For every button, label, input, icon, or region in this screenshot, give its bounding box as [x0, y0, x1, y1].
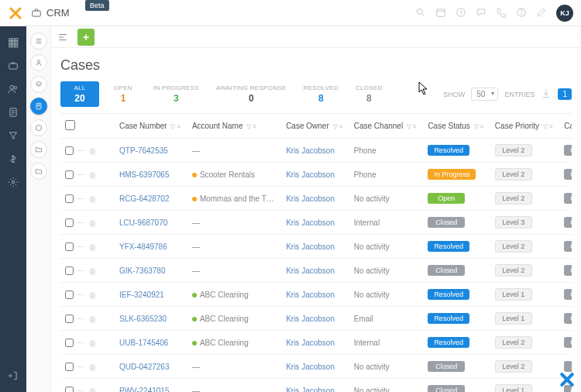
view-icon[interactable]: ◎ [89, 291, 96, 299]
table-row[interactable]: ⋯ ◎RCG-6428702Mommas and the T…Kris Jaco… [60, 187, 572, 211]
row-checkbox[interactable] [65, 242, 74, 251]
cases-table-wrap[interactable]: Case Number ▽ ≡Account Name ▽ ≡Case Owne… [60, 113, 572, 392]
case-owner[interactable]: Kris Jacobson [281, 211, 349, 235]
row-checkbox[interactable] [65, 315, 74, 323]
dollar-nav-icon[interactable] [5, 151, 21, 167]
account-name[interactable]: Scooter Rentals [187, 163, 281, 187]
table-row[interactable]: ⋯ ◎YFX-4849786—Kris JacobsonNo activityR… [60, 235, 572, 259]
table-row[interactable]: ⋯ ◎HMS-6397065Scooter RentalsKris Jacobs… [60, 163, 572, 187]
case-number[interactable]: HMS-6397065 [115, 163, 187, 187]
app-logo-icon[interactable] [8, 5, 23, 21]
row-checkbox[interactable] [65, 170, 74, 179]
view-icon[interactable]: ◎ [89, 194, 96, 203]
more-icon[interactable]: ⋯ [77, 266, 85, 275]
account-name[interactable]: — [187, 235, 281, 259]
logout-icon[interactable] [5, 368, 21, 383]
sidebar-package-icon[interactable] [30, 119, 47, 136]
row-checkbox[interactable] [65, 194, 74, 203]
account-name[interactable]: ABC Cleaning [187, 331, 281, 355]
column-header[interactable]: Case Owner ▽ ≡ [281, 114, 349, 139]
row-checkbox[interactable] [65, 266, 74, 275]
case-owner[interactable]: Kris Jacobson [281, 187, 349, 211]
filter-chip[interactable]: IN PROGRESS3 [147, 81, 205, 107]
case-owner[interactable]: Kris Jacobson [281, 307, 349, 331]
column-header[interactable]: Case Number ▽ ≡ [115, 114, 187, 139]
table-row[interactable]: ⋯ ◎PWV-2241015—Kris JacobsonNo activityC… [60, 379, 572, 393]
briefcase-nav-icon[interactable] [5, 58, 21, 74]
select-all-checkbox[interactable] [65, 120, 75, 130]
more-icon[interactable]: ⋯ [77, 146, 85, 155]
case-number[interactable]: GIK-7363780 [115, 259, 187, 283]
users-nav-icon[interactable] [5, 81, 21, 97]
app-title[interactable]: CRM [31, 7, 70, 19]
case-owner[interactable]: Kris Jacobson [281, 283, 349, 307]
row-checkbox[interactable] [65, 146, 74, 155]
download-icon[interactable] [541, 88, 552, 101]
case-number[interactable]: IEF-3240921 [115, 283, 187, 307]
filter-chip[interactable]: OPEN1 [104, 81, 143, 107]
edit-icon[interactable] [536, 7, 547, 19]
case-number[interactable]: UUB-1745406 [115, 331, 187, 355]
clock-icon[interactable] [456, 7, 466, 19]
case-number[interactable]: PWV-2241015 [115, 379, 187, 393]
document-nav-icon[interactable] [5, 105, 21, 120]
case-owner[interactable]: Kris Jacobson [281, 331, 349, 355]
more-icon[interactable]: ⋯ [77, 170, 85, 179]
account-name[interactable]: Mommas and the T… [187, 187, 281, 211]
sidebar-folder-icon[interactable] [30, 141, 47, 158]
view-icon[interactable]: ◎ [89, 170, 96, 179]
settings-nav-icon[interactable] [5, 174, 21, 190]
account-name[interactable]: — [187, 379, 281, 393]
filter-chip[interactable]: ALL20 [60, 81, 99, 107]
account-name[interactable]: — [187, 139, 281, 163]
more-icon[interactable]: ⋯ [77, 218, 85, 227]
apps-icon[interactable] [5, 35, 21, 50]
sidebar-user-icon[interactable] [30, 54, 47, 71]
add-button[interactable]: + [77, 29, 95, 46]
table-row[interactable]: ⋯ ◎QTP-7642535—Kris JacobsonPhoneResolve… [60, 139, 572, 163]
filter-chip[interactable]: CLOSED8 [349, 81, 389, 107]
row-checkbox[interactable] [65, 363, 74, 371]
column-header[interactable]: Case Priority ▽ ≡ [490, 114, 559, 139]
collapse-panel-icon[interactable] [57, 30, 71, 44]
case-owner[interactable]: Kris Jacobson [281, 139, 349, 163]
account-name[interactable]: ABC Cleaning [187, 307, 281, 331]
account-name[interactable]: ABC Cleaning [187, 283, 281, 307]
view-icon[interactable]: ◎ [89, 146, 96, 155]
more-icon[interactable]: ⋯ [77, 387, 85, 393]
row-checkbox[interactable] [65, 387, 74, 393]
more-icon[interactable]: ⋯ [77, 242, 85, 251]
case-number[interactable]: YFX-4849786 [115, 235, 187, 259]
column-header[interactable]: Case Channel ▽ ≡ [349, 114, 424, 139]
case-owner[interactable]: Kris Jacobson [281, 355, 349, 379]
more-icon[interactable]: ⋯ [77, 194, 85, 203]
table-row[interactable]: ⋯ ◎GIK-7363780—Kris JacobsonNo activityC… [60, 259, 572, 283]
more-icon[interactable]: ⋯ [77, 315, 85, 323]
account-name[interactable]: — [187, 355, 281, 379]
view-icon[interactable]: ◎ [89, 339, 96, 347]
case-owner[interactable]: Kris Jacobson [281, 235, 349, 259]
case-owner[interactable]: Kris Jacobson [281, 259, 349, 283]
case-number[interactable]: SLK-6365230 [115, 307, 187, 331]
table-row[interactable]: ⋯ ◎SLK-6365230ABC CleaningKris JacobsonE… [60, 307, 572, 331]
view-icon[interactable]: ◎ [89, 363, 96, 371]
table-row[interactable]: ⋯ ◎QUD-0427263—Kris JacobsonNo activityC… [60, 355, 572, 379]
column-header[interactable]: Account Name ▽ ≡ [187, 114, 281, 139]
view-icon[interactable]: ◎ [89, 266, 96, 275]
sidebar-collapse-icon[interactable] [30, 33, 47, 50]
sidebar-folder2-icon[interactable] [30, 163, 47, 180]
case-number[interactable]: QTP-7642535 [115, 139, 187, 163]
row-checkbox[interactable] [65, 291, 74, 299]
filter-chip[interactable]: AWAITING RESPONSE0 [210, 81, 293, 107]
column-header[interactable]: Case Status ▽ ≡ [423, 114, 490, 139]
page-number[interactable]: 1 [558, 88, 572, 100]
case-number[interactable]: LCU-9687070 [115, 211, 187, 235]
case-owner[interactable]: Kris Jacobson [281, 379, 349, 393]
table-row[interactable]: ⋯ ◎IEF-3240921ABC CleaningKris JacobsonN… [60, 283, 572, 307]
avatar[interactable]: KJ [556, 5, 573, 22]
view-icon[interactable]: ◎ [89, 242, 96, 251]
table-row[interactable]: ⋯ ◎LCU-9687070—Kris JacobsonInternalClos… [60, 211, 572, 235]
row-checkbox[interactable] [65, 339, 74, 347]
view-icon[interactable]: ◎ [89, 218, 96, 227]
case-number[interactable]: RCG-6428702 [115, 187, 187, 211]
